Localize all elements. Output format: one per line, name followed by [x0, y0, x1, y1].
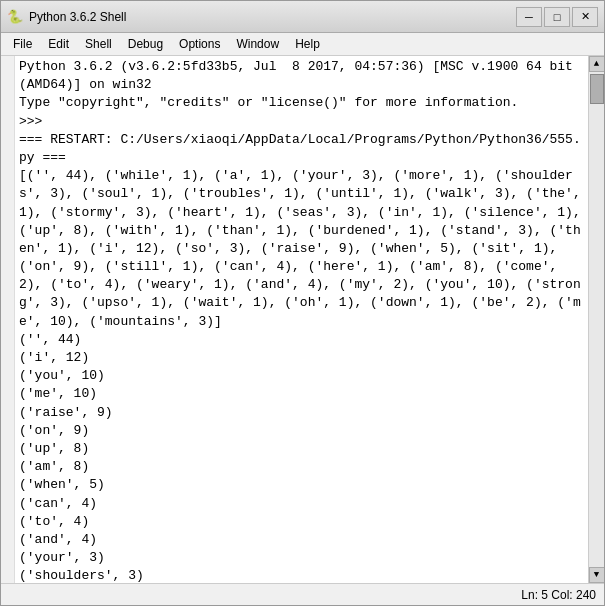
- shell-output[interactable]: Python 3.6.2 (v3.6.2:5fd33b5, Jul 8 2017…: [15, 56, 588, 583]
- menu-debug[interactable]: Debug: [120, 35, 171, 53]
- window-controls: ─ □ ✕: [516, 7, 598, 27]
- window-title: Python 3.6.2 Shell: [29, 10, 516, 24]
- scrollbar-thumb[interactable]: [590, 74, 604, 104]
- menu-file[interactable]: File: [5, 35, 40, 53]
- menu-help[interactable]: Help: [287, 35, 328, 53]
- maximize-button[interactable]: □: [544, 7, 570, 27]
- close-button[interactable]: ✕: [572, 7, 598, 27]
- menu-shell[interactable]: Shell: [77, 35, 120, 53]
- menu-bar: File Edit Shell Debug Options Window Hel…: [1, 33, 604, 56]
- main-window: 🐍 Python 3.6.2 Shell ─ □ ✕ File Edit She…: [0, 0, 605, 606]
- left-margin: [1, 56, 15, 583]
- scrollbar[interactable]: ▲ ▼: [588, 56, 604, 583]
- status-bar: Ln: 5 Col: 240: [1, 583, 604, 605]
- menu-edit[interactable]: Edit: [40, 35, 77, 53]
- app-icon: 🐍: [7, 9, 23, 25]
- cursor-position: Ln: 5 Col: 240: [521, 588, 596, 602]
- title-bar: 🐍 Python 3.6.2 Shell ─ □ ✕: [1, 1, 604, 33]
- scroll-down-button[interactable]: ▼: [589, 567, 605, 583]
- shell-content-area: Python 3.6.2 (v3.6.2:5fd33b5, Jul 8 2017…: [1, 56, 604, 583]
- minimize-button[interactable]: ─: [516, 7, 542, 27]
- menu-window[interactable]: Window: [228, 35, 287, 53]
- menu-options[interactable]: Options: [171, 35, 228, 53]
- scroll-up-button[interactable]: ▲: [589, 56, 605, 72]
